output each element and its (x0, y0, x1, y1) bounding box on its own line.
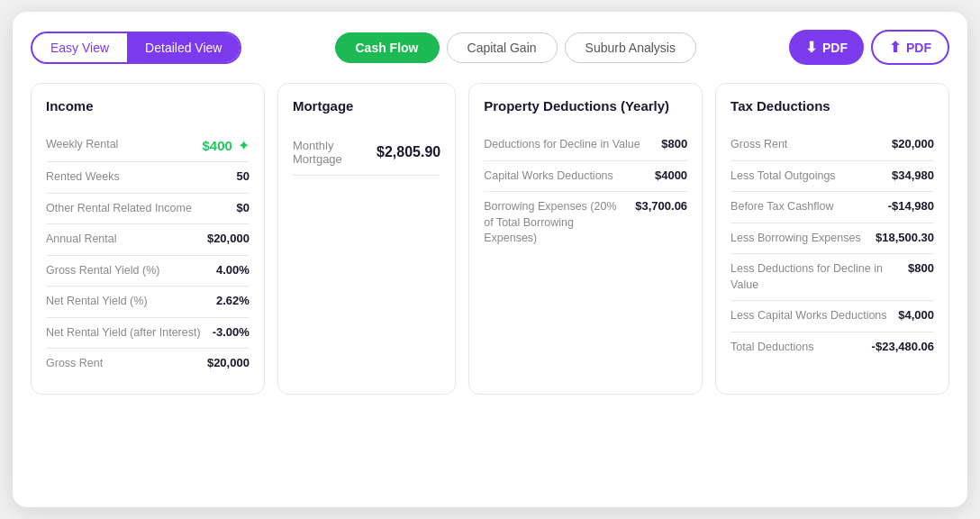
prop-capital-works-value: $4000 (655, 168, 687, 182)
app-container: Easy View Detailed View Cash Flow Capita… (13, 12, 967, 507)
tax-before-tax-value: -$14,980 (888, 199, 934, 213)
tax-borrowing-value: $18,500.30 (876, 231, 934, 244)
annual-rental-value: $20,000 (207, 232, 250, 245)
income-weekly-rental-row: Weekly Rental $400 ✦ (46, 130, 250, 162)
other-rental-label: Other Rental Related Income (46, 201, 229, 217)
tab-capitalgain[interactable]: Capital Gain (447, 32, 558, 63)
tax-before-tax-row: Before Tax Cashflow -$14,980 (730, 192, 934, 223)
pdf-btn1-label: PDF (822, 41, 848, 55)
star-icon: ✦ (238, 137, 250, 154)
monthly-mortgage-label: Monthly Mortgage (293, 139, 377, 166)
weekly-rental-value-group: $400 ✦ (203, 137, 250, 154)
property-deductions-card: Property Deductions (Yearly) Deductions … (468, 83, 703, 395)
net-yield-interest-value: -3.00% (213, 325, 250, 339)
tax-gross-rent-label: Gross Rent (730, 137, 885, 153)
tax-capital-works-row: Less Capital Works Deductions $4,000 (730, 301, 934, 332)
net-yield-label: Net Rental Yield (%) (46, 294, 209, 310)
gross-rent-label: Gross Rent (46, 356, 200, 372)
tax-gross-rent-row: Gross Rent $20,000 (730, 130, 934, 161)
rented-weeks-value: 50 (236, 169, 249, 183)
tax-total-outgoings-value: $34,980 (892, 168, 934, 182)
other-rental-value: $0 (236, 201, 249, 214)
tax-total-deductions-value: -$23,480.06 (872, 340, 934, 353)
weekly-rental-label: Weekly Rental (46, 137, 195, 153)
pdf-buttons: ⬇ PDF ⬆ PDF (789, 30, 949, 65)
detailed-view-button[interactable]: Detailed View (127, 33, 240, 62)
rented-weeks-label: Rented Weeks (46, 169, 229, 186)
prop-borrowing-label: Borrowing Expenses (20% of Total Borrowi… (484, 199, 628, 247)
pdf-share-icon: ⬆ (889, 39, 901, 56)
prop-capital-works-label: Capital Works Deductions (484, 168, 648, 185)
tab-suburbanalysis[interactable]: Suburb Analysis (565, 32, 696, 63)
prop-decline-label: Deductions for Decline in Value (484, 137, 654, 153)
income-net-yield-interest-row: Net Rental Yield (after Interest) -3.00% (46, 318, 250, 350)
net-yield-interest-label: Net Rental Yield (after Interest) (46, 325, 205, 341)
view-toggle: Easy View Detailed View (31, 32, 241, 64)
cards-row: Income Weekly Rental $400 ✦ Rented Weeks… (31, 83, 949, 395)
tax-decline-row: Less Deductions for Decline in Value $80… (730, 254, 934, 301)
tab-cashflow[interactable]: Cash Flow (335, 32, 440, 63)
tax-borrowing-label: Less Borrowing Expenses (730, 231, 868, 247)
monthly-mortgage-value: $2,805.90 (377, 144, 440, 160)
prop-borrowing-row: Borrowing Expenses (20% of Total Borrowi… (484, 192, 687, 254)
mortgage-card: Mortgage Monthly Mortgage $2,805.90 (277, 83, 456, 395)
tax-borrowing-row: Less Borrowing Expenses $18,500.30 (730, 223, 934, 255)
gross-rent-value: $20,000 (207, 356, 250, 369)
pdf-share-button[interactable]: ⬆ PDF (871, 30, 949, 65)
tax-total-outgoings-label: Less Total Outgoings (730, 168, 885, 185)
pdf-download-button[interactable]: ⬇ PDF (789, 30, 864, 65)
tax-decline-label: Less Deductions for Decline in Value (730, 261, 901, 293)
income-title: Income (46, 98, 250, 117)
net-yield-value: 2.62% (216, 294, 250, 307)
income-gross-yield-row: Gross Rental Yield (%) 4.00% (46, 256, 250, 287)
tax-capital-works-value: $4,000 (898, 308, 934, 322)
tax-total-deductions-row: Total Deductions -$23,480.06 (730, 332, 934, 363)
tax-capital-works-label: Less Capital Works Deductions (730, 308, 891, 324)
gross-yield-value: 4.00% (216, 263, 250, 277)
income-gross-rent-row: Gross Rent $20,000 (46, 349, 250, 379)
income-card: Income Weekly Rental $400 ✦ Rented Weeks… (31, 83, 265, 395)
tax-deductions-card: Tax Deductions Gross Rent $20,000 Less T… (715, 83, 949, 395)
tax-total-deductions-label: Total Deductions (730, 340, 865, 356)
mortgage-monthly-row: Monthly Mortgage $2,805.90 (293, 130, 440, 176)
tax-gross-rent-value: $20,000 (892, 137, 934, 150)
tax-decline-value: $800 (908, 261, 934, 275)
nav-tabs: Cash Flow Capital Gain Suburb Analysis (252, 32, 778, 63)
pdf-download-icon: ⬇ (805, 39, 817, 56)
income-annual-rental-row: Annual Rental $20,000 (46, 224, 250, 256)
annual-rental-label: Annual Rental (46, 232, 200, 248)
top-bar: Easy View Detailed View Cash Flow Capita… (31, 30, 949, 65)
property-deductions-title: Property Deductions (Yearly) (484, 98, 687, 117)
easy-view-button[interactable]: Easy View (32, 33, 127, 62)
prop-decline-value: $800 (661, 137, 687, 150)
weekly-rental-value: $400 (203, 138, 232, 153)
prop-decline-row: Deductions for Decline in Value $800 (484, 130, 687, 161)
mortgage-title: Mortgage (293, 98, 440, 117)
tax-deductions-title: Tax Deductions (730, 98, 934, 117)
tax-before-tax-label: Before Tax Cashflow (730, 199, 881, 215)
income-net-yield-row: Net Rental Yield (%) 2.62% (46, 287, 250, 318)
pdf-btn2-label: PDF (906, 41, 931, 55)
gross-yield-label: Gross Rental Yield (%) (46, 263, 209, 279)
tax-total-outgoings-row: Less Total Outgoings $34,980 (730, 161, 934, 193)
prop-borrowing-value: $3,700.06 (635, 199, 687, 213)
prop-capital-works-row: Capital Works Deductions $4000 (484, 161, 687, 193)
income-rented-weeks-row: Rented Weeks 50 (46, 162, 250, 194)
income-other-rental-row: Other Rental Related Income $0 (46, 194, 250, 225)
